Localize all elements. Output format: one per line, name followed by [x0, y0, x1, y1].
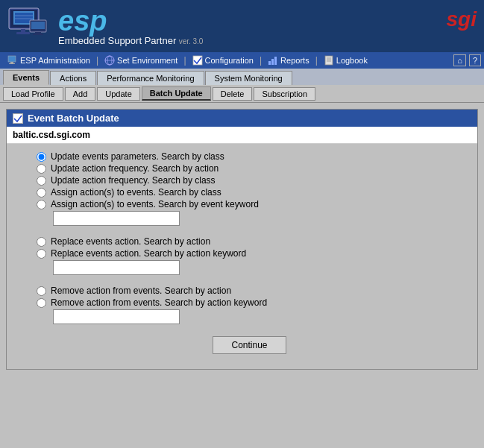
- second-nav-bar: Events Actions Performance Monitoring Sy…: [0, 69, 484, 85]
- form-container: Event Batch Update baltic.csd.sgi.com Up…: [6, 109, 478, 370]
- radio-item-opt8: Remove action from events. Search by act…: [37, 285, 462, 296]
- nav-set-env[interactable]: Set Environment: [100, 54, 182, 67]
- header-subtitle: Embedded Support Partner: [58, 35, 176, 46]
- form-title: Event Batch Update: [28, 113, 119, 124]
- top-nav-bar: ESP Administration | Set Environment | C…: [0, 52, 484, 69]
- radio-label-opt5: Assign action(s) to events. Search by ev…: [51, 199, 259, 209]
- radio-opt2[interactable]: [37, 164, 46, 174]
- nav-reports[interactable]: Reports: [263, 54, 314, 67]
- radio-opt8[interactable]: [37, 286, 46, 296]
- keyword-input-opt5[interactable]: [53, 211, 180, 226]
- form-header-checkbox[interactable]: [13, 113, 23, 124]
- book-icon: [324, 55, 334, 66]
- subtab-delete[interactable]: Delete: [213, 87, 253, 101]
- logo-area: esp Embedded Support Partner ver. 3.0: [7, 7, 203, 46]
- keyword-input-opt9[interactable]: [53, 309, 180, 324]
- checkbox-check-icon: [13, 114, 22, 123]
- svg-rect-20: [271, 59, 274, 65]
- continue-button[interactable]: Continue: [213, 336, 286, 354]
- top-nav-right: ⌂ ?: [453, 54, 481, 66]
- keyword-input-opt7[interactable]: [53, 260, 180, 275]
- radio-opt9[interactable]: [37, 298, 46, 308]
- main-content: Event Batch Update baltic.csd.sgi.com Up…: [0, 103, 484, 376]
- globe-icon: [104, 55, 115, 66]
- nav-config[interactable]: Configuration: [188, 54, 258, 67]
- form-header: Event Batch Update: [7, 110, 477, 127]
- radio-label-opt3: Update action frequency. Search by class: [51, 175, 216, 186]
- radio-opt3[interactable]: [37, 176, 46, 186]
- radio-opt5[interactable]: [37, 200, 46, 209]
- form-body: Update events parameters. Search by clas…: [7, 144, 477, 369]
- tab-system-monitoring[interactable]: System Monitoring: [205, 71, 292, 85]
- subtab-add[interactable]: Add: [65, 87, 96, 101]
- sgi-logo: sgi: [447, 7, 477, 31]
- svg-rect-14: [9, 63, 15, 64]
- nav-esp-admin[interactable]: ESP Administration: [3, 54, 95, 67]
- radio-label-opt8: Remove action from events. Search by act…: [51, 285, 231, 296]
- svg-rect-12: [8, 56, 16, 62]
- computer-nav-icon: [7, 55, 18, 66]
- svg-rect-10: [35, 32, 41, 34]
- radio-label-opt2: Update action frequency. Search by actio…: [51, 163, 219, 174]
- app-header: esp Embedded Support Partner ver. 3.0 sg…: [0, 0, 484, 52]
- subtab-batch-update[interactable]: Batch Update: [142, 86, 211, 101]
- radio-opt7[interactable]: [37, 249, 46, 259]
- esp-logo-text: esp: [58, 5, 107, 37]
- home-button[interactable]: ⌂: [453, 54, 466, 66]
- svg-rect-19: [268, 61, 271, 65]
- subtab-update[interactable]: Update: [97, 87, 139, 101]
- esp-brand: esp Embedded Support Partner ver. 3.0: [58, 7, 203, 46]
- chart-icon: [268, 55, 278, 66]
- third-nav-bar: Load Profile Add Update Batch Update Del…: [0, 85, 484, 103]
- svg-rect-22: [325, 56, 333, 65]
- radio-label-opt6: Replace events action. Search by action: [51, 236, 210, 247]
- radio-item-opt5: Assign action(s) to events. Search by ev…: [37, 199, 462, 209]
- svg-rect-9: [31, 22, 45, 29]
- form-hostname: baltic.csd.sgi.com: [7, 127, 477, 144]
- radio-item-opt4: Assign action(s) to events. Search by cl…: [37, 187, 462, 198]
- radio-item-opt9: Remove action from events. Search by act…: [37, 297, 462, 308]
- radio-opt1[interactable]: [37, 152, 46, 162]
- radio-item-opt1: Update events parameters. Search by clas…: [37, 151, 462, 162]
- radio-opt6[interactable]: [37, 237, 46, 247]
- svg-rect-21: [274, 57, 277, 65]
- computer-icon: [7, 7, 52, 45]
- tab-perf-monitoring[interactable]: Performance Monitoring: [97, 71, 204, 85]
- radio-item-opt7: Replace events action. Search by action …: [37, 248, 462, 259]
- radio-item-opt3: Update action frequency. Search by class: [37, 175, 462, 186]
- subtab-load-profile[interactable]: Load Profile: [3, 87, 63, 101]
- subtab-subscription[interactable]: Subscription: [254, 87, 315, 101]
- radio-item-opt6: Replace events action. Search by action: [37, 236, 462, 247]
- radio-label-opt9: Remove action from events. Search by act…: [51, 297, 267, 308]
- header-version: ver. 3.0: [179, 37, 204, 45]
- svg-rect-13: [10, 62, 13, 63]
- continue-btn-row: Continue: [37, 336, 462, 354]
- svg-rect-6: [21, 29, 25, 32]
- radio-label-opt7: Replace events action. Search by action …: [51, 248, 246, 259]
- svg-rect-11: [33, 34, 43, 35]
- check-icon: [192, 55, 203, 66]
- header-subtitle-area: Embedded Support Partner ver. 3.0: [58, 35, 203, 46]
- radio-opt4[interactable]: [37, 188, 46, 198]
- radio-label-opt4: Assign action(s) to events. Search by cl…: [51, 187, 221, 198]
- radio-item-opt2: Update action frequency. Search by actio…: [37, 163, 462, 174]
- help-button[interactable]: ?: [469, 54, 481, 66]
- svg-rect-7: [16, 32, 30, 34]
- nav-logbook[interactable]: Logbook: [319, 54, 372, 67]
- tab-actions[interactable]: Actions: [50, 71, 96, 85]
- tab-events[interactable]: Events: [3, 70, 49, 85]
- radio-label-opt1: Update events parameters. Search by clas…: [51, 151, 224, 162]
